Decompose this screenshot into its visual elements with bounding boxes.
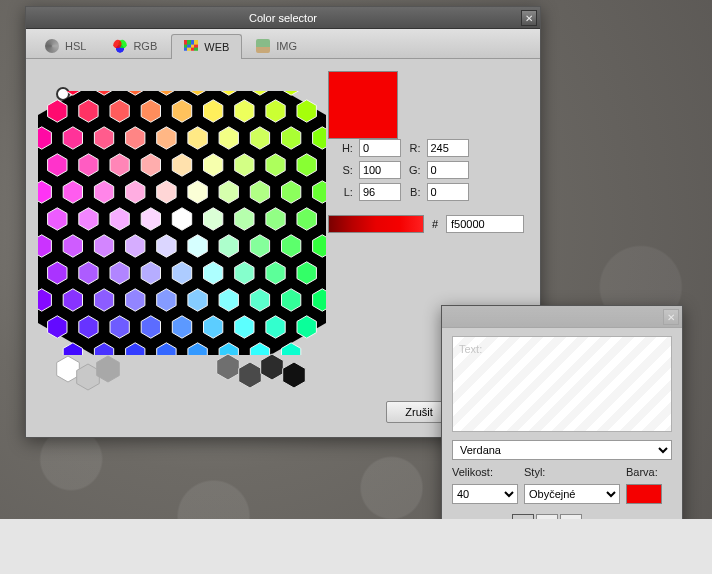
- b-label: B:: [409, 186, 421, 198]
- web-icon: [184, 40, 198, 54]
- g-input[interactable]: [427, 161, 469, 179]
- font-select[interactable]: Verdana: [452, 440, 672, 460]
- tab-rgb[interactable]: RGB: [100, 33, 170, 58]
- b-input[interactable]: [427, 183, 469, 201]
- r-label: R:: [409, 142, 421, 154]
- r-input[interactable]: [427, 139, 469, 157]
- color-mode-tabs: HSL RGB WEB IMG: [26, 29, 540, 59]
- l-input[interactable]: [359, 183, 401, 201]
- web-color-hexagon[interactable]: [42, 71, 312, 391]
- l-label: L:: [342, 186, 353, 198]
- alignment-label: Alignment:: [452, 517, 504, 529]
- size-select[interactable]: 40: [452, 484, 518, 504]
- tab-img[interactable]: IMG: [243, 33, 310, 58]
- color-label: Barva:: [626, 466, 672, 478]
- hash-label: #: [432, 218, 438, 230]
- tab-hsl[interactable]: HSL: [32, 33, 99, 58]
- hex-input[interactable]: [446, 215, 524, 233]
- image-icon: [256, 39, 270, 53]
- align-left-button[interactable]: [512, 514, 534, 532]
- align-center-button[interactable]: [536, 514, 558, 532]
- hsl-icon: [45, 39, 59, 53]
- rgb-icon: [113, 39, 127, 53]
- tab-web[interactable]: WEB: [171, 34, 242, 59]
- align-right-button[interactable]: [560, 514, 582, 532]
- g-label: G:: [409, 164, 421, 176]
- s-label: S:: [342, 164, 353, 176]
- text-ok-button[interactable]: OK: [606, 546, 672, 568]
- color-dialog-titlebar[interactable]: Color selector ✕: [26, 7, 540, 29]
- text-dialog-titlebar[interactable]: ✕: [442, 306, 682, 328]
- selected-color-swatch: [328, 71, 398, 139]
- h-input[interactable]: [359, 139, 401, 157]
- size-label: Velikost:: [452, 466, 518, 478]
- style-label: Styl:: [524, 466, 620, 478]
- text-color-swatch[interactable]: [626, 484, 662, 504]
- s-input[interactable]: [359, 161, 401, 179]
- close-icon[interactable]: ✕: [663, 309, 679, 325]
- text-preview[interactable]: Text:: [452, 336, 672, 432]
- text-preview-label: Text:: [459, 343, 665, 355]
- h-label: H:: [342, 142, 353, 154]
- color-dialog-title: Color selector: [249, 12, 317, 24]
- close-icon[interactable]: ✕: [521, 10, 537, 26]
- style-select[interactable]: Obyčejné: [524, 484, 620, 504]
- shade-gradient-bar[interactable]: [328, 215, 424, 233]
- text-properties-dialog: ✕ Text: Verdana Velikost: Styl: Barva: 4…: [441, 305, 683, 574]
